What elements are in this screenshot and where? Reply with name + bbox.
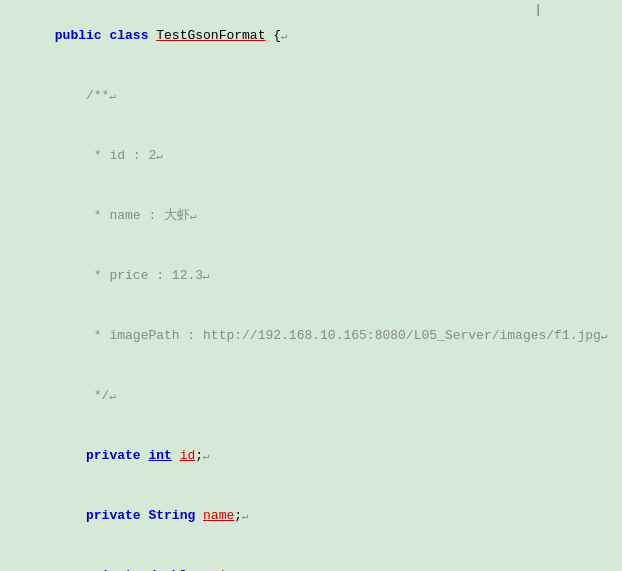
keyword-public: public bbox=[55, 28, 110, 43]
class-name: TestGsonFormat bbox=[156, 28, 265, 43]
code-line-9: private String name;↵ bbox=[0, 486, 622, 546]
code-line-7: */↵ bbox=[0, 366, 622, 426]
code-line-1: public class TestGsonFormat {↵ bbox=[0, 6, 622, 66]
code-editor: public class TestGsonFormat {↵ /**↵ * id… bbox=[0, 0, 622, 571]
code-line-6: * imagePath : http://192.168.10.165:8080… bbox=[0, 306, 622, 366]
code-line-4: * name : 大虾↵ bbox=[0, 186, 622, 246]
code-line-10: private double price;↵ bbox=[0, 546, 622, 571]
code-line-8: private int id;↵ bbox=[0, 426, 622, 486]
code-line-5: * price : 12.3↵ bbox=[0, 246, 622, 306]
code-line-3: * id : 2↵ bbox=[0, 126, 622, 186]
code-line-2: /**↵ bbox=[0, 66, 622, 126]
keyword-class: class bbox=[109, 28, 156, 43]
